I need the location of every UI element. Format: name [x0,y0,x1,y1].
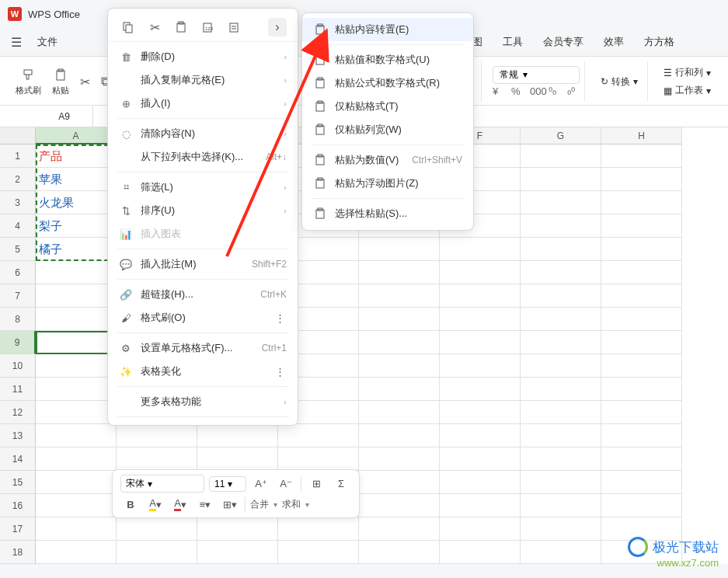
cell[interactable] [601,284,682,308]
row-header[interactable]: 18 [0,541,36,564]
highlight-color-icon[interactable]: A▾ [145,496,165,513]
cell[interactable] [36,401,117,424]
row-header[interactable]: 12 [0,401,36,424]
cell[interactable] [36,494,117,517]
cell[interactable] [440,517,521,541]
cell[interactable] [36,261,117,284]
cell[interactable] [197,447,278,471]
cell[interactable] [36,447,117,471]
paste-submenu-item[interactable]: 选择性粘贴(S)... [302,202,473,225]
cell[interactable] [521,331,601,354]
cell[interactable] [521,401,601,424]
row-header[interactable]: 17 [0,517,36,541]
cell[interactable] [521,517,601,541]
context-menu-item[interactable]: ⌗筛选(L)› [108,176,298,199]
row-header[interactable]: 16 [0,494,36,517]
cell[interactable] [601,424,682,447]
context-menu-item[interactable]: 插入复制单元格(E)› [108,68,298,92]
row-header[interactable]: 8 [0,308,36,331]
cell[interactable] [601,401,682,424]
cell[interactable] [359,471,440,494]
side-tool-icon[interactable]: ⋮ [273,364,287,378]
menu-fang[interactable]: 方方格 [636,32,682,52]
cell[interactable] [278,424,359,447]
cell[interactable] [359,447,440,471]
row-header[interactable]: 14 [0,447,36,471]
context-menu-item[interactable]: ⇅排序(U)› [108,199,298,222]
cell[interactable] [117,541,197,564]
cell[interactable] [521,471,601,494]
cell[interactable] [440,541,521,564]
cell[interactable] [359,494,440,517]
bold-button[interactable]: B [120,496,141,513]
cell[interactable]: 橘子 [36,238,117,261]
cell[interactable] [440,331,521,354]
row-header[interactable]: 5 [0,238,36,261]
cell[interactable] [521,168,601,191]
cell[interactable] [117,517,197,541]
paste-icon[interactable] [172,18,190,37]
cell[interactable] [197,517,278,541]
paste-submenu-item[interactable]: 粘贴值和数字格式(U) [302,48,473,71]
cell[interactable] [440,261,521,284]
comma-icon[interactable]: 000 [530,85,542,98]
cell[interactable] [601,144,682,168]
font-size-select[interactable]: 11▾ [209,476,246,492]
sum-label[interactable]: 求和 [282,496,301,513]
cell[interactable] [278,517,359,541]
paste-button[interactable]: 粘贴 [49,66,72,98]
menu-efficiency[interactable]: 效率 [596,32,632,52]
cell[interactable] [601,378,682,401]
decimal-inc-icon[interactable]: ₀⁰ [567,85,580,98]
cell[interactable] [521,191,601,214]
context-menu-item[interactable]: ⚙设置单元格格式(F)...Ctrl+1 [108,336,298,360]
cell[interactable] [440,378,521,401]
cell[interactable] [601,168,682,191]
cell[interactable] [359,517,440,541]
menu-icon[interactable]: ☰ [8,33,25,50]
cell[interactable] [440,401,521,424]
cell[interactable] [278,447,359,471]
cell[interactable]: 梨子 [36,214,117,238]
font-color-icon[interactable]: A▾ [170,496,190,513]
paste-submenu-item[interactable]: 粘贴内容转置(E) [302,18,473,41]
col-header-A[interactable]: A [36,127,117,144]
select-all-corner[interactable] [0,127,36,144]
cell[interactable] [601,214,682,238]
cell[interactable] [359,424,440,447]
cell[interactable] [278,541,359,564]
cell[interactable] [197,424,278,447]
row-header[interactable]: 11 [0,378,36,401]
cell[interactable] [197,541,278,564]
context-menu-item[interactable]: ⊕插入(I)› [108,92,298,115]
cell[interactable] [359,284,440,308]
paste-submenu-item[interactable]: 粘贴为浮动图片(Z) [302,172,473,195]
font-family-select[interactable]: 宋体▾ [120,475,204,493]
cell[interactable] [36,424,117,447]
cell[interactable] [521,494,601,517]
context-menu-item[interactable]: ✨表格美化⋮ [108,360,298,383]
merge-cells-icon[interactable]: ⊞ [306,475,326,493]
cut-icon[interactable]: ✂ [145,18,164,37]
cell[interactable] [521,144,601,168]
number-format-select[interactable]: 常规▾ [493,66,580,84]
cell[interactable] [601,494,682,517]
row-header[interactable]: 15 [0,471,36,494]
cell[interactable] [521,378,601,401]
context-menu-item[interactable]: 🗑删除(D)› [108,45,298,68]
cell[interactable]: 火龙果 [36,191,117,214]
cell[interactable] [521,284,601,308]
cell[interactable] [601,447,682,471]
context-menu-item[interactable]: 💬插入批注(M)Shift+F2 [108,252,298,276]
borders-icon[interactable]: ⊞▾ [220,496,240,513]
cell[interactable] [36,331,117,354]
cell[interactable]: 苹果 [36,168,117,191]
cell[interactable] [36,308,117,331]
worksheet-button[interactable]: ▦工作表▾ [659,82,716,99]
file-menu[interactable]: 文件 [30,32,65,52]
row-header[interactable]: 10 [0,354,36,378]
cell[interactable]: 产品 [36,144,117,168]
paste-submenu-item[interactable]: 粘贴公式和数字格式(R) [302,71,473,95]
autosum-icon[interactable]: Σ [331,475,351,493]
cell[interactable] [601,261,682,284]
